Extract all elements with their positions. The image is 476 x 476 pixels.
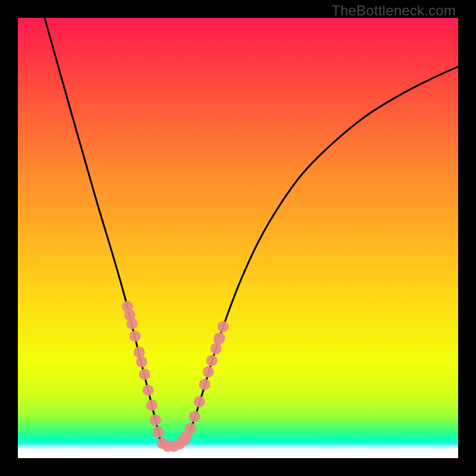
bottleneck-curve <box>45 18 458 446</box>
cluster-point <box>185 423 196 434</box>
cluster-point <box>136 356 148 368</box>
watermark-text: TheBottleneck.com <box>331 2 456 19</box>
frame-left <box>0 0 18 476</box>
cluster-point <box>130 331 141 342</box>
cluster-point <box>134 347 145 358</box>
cluster-point <box>127 318 138 330</box>
frame-right <box>458 0 476 476</box>
cluster-point <box>150 415 161 426</box>
cluster-point <box>139 369 151 380</box>
bottleneck-chart <box>18 18 458 458</box>
cluster-point <box>203 367 214 378</box>
cluster-point <box>143 385 154 396</box>
cluster-point <box>214 334 225 345</box>
cluster-point <box>199 379 211 390</box>
frame-bottom <box>0 458 476 476</box>
cluster-point <box>122 301 133 312</box>
cluster-point <box>146 400 158 411</box>
cluster-points <box>122 301 229 452</box>
plot-area <box>18 18 458 458</box>
cluster-point <box>189 411 201 422</box>
cluster-point <box>206 355 218 367</box>
cluster-point <box>218 321 229 333</box>
cluster-point <box>153 427 164 438</box>
cluster-point <box>194 396 205 408</box>
